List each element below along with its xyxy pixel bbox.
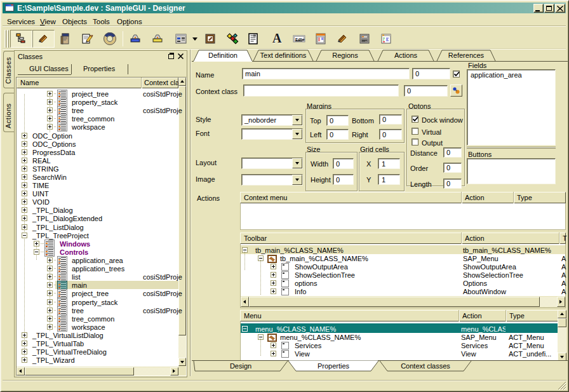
svg-text:Edfw: Edfw bbox=[295, 37, 305, 41]
